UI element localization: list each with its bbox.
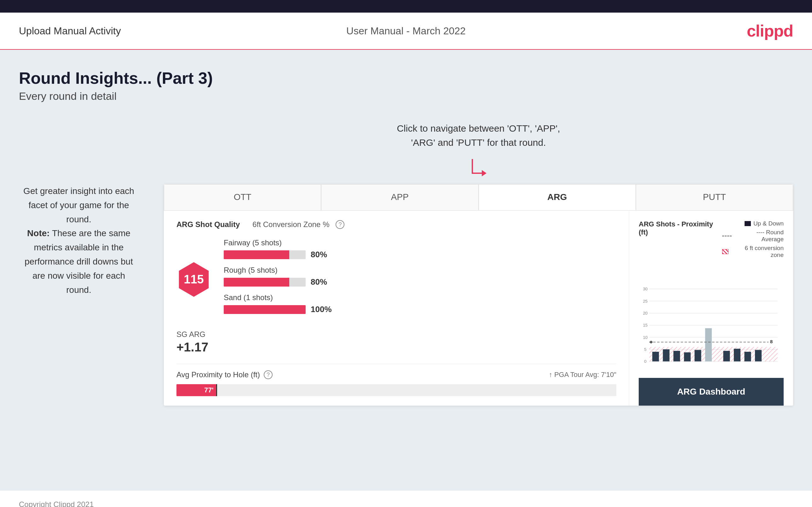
svg-rect-21 bbox=[695, 350, 701, 361]
shot-row-fairway: Fairway (5 shots) 80% bbox=[224, 238, 616, 260]
svg-text:10: 10 bbox=[643, 335, 648, 340]
sand-label: Sand (1 shots) bbox=[224, 293, 616, 302]
svg-text:15: 15 bbox=[643, 323, 648, 328]
tab-ott[interactable]: OTT bbox=[164, 184, 321, 210]
tab-app[interactable]: APP bbox=[321, 184, 478, 210]
hex-inner: 115 bbox=[176, 262, 211, 297]
panel-header: ARG Shot Quality 6ft Conversion Zone % ? bbox=[176, 220, 616, 229]
upload-label: Upload Manual Activity bbox=[19, 25, 121, 37]
tab-putt[interactable]: PUTT bbox=[636, 184, 793, 210]
svg-marker-28 bbox=[649, 341, 653, 344]
manual-label: User Manual - March 2022 bbox=[346, 25, 466, 37]
arrow-container bbox=[164, 156, 793, 181]
svg-rect-23 bbox=[723, 351, 730, 361]
legend-updown: Up & Down bbox=[722, 220, 783, 227]
proximity-header: Avg Proximity to Hole (ft) ? ↑ PGA Tour … bbox=[176, 370, 616, 379]
page-title: Round Insights... (Part 3) bbox=[19, 69, 793, 88]
shot-quality-bars: Fairway (5 shots) 80% bbox=[224, 238, 616, 321]
legend-conversion-label: 6 ft conversion zone bbox=[731, 245, 783, 259]
chart-title: ARG Shots - Proximity (ft) bbox=[639, 220, 722, 236]
shot-row-sand: Sand (1 shots) 100% bbox=[224, 293, 616, 314]
copyright: Copyright Clippd 2021 bbox=[19, 500, 94, 507]
card-body: ARG Shot Quality 6ft Conversion Zone % ?… bbox=[164, 211, 793, 406]
chart-area: 0 5 10 15 20 25 30 bbox=[639, 267, 783, 372]
svg-rect-25 bbox=[744, 352, 751, 361]
rough-bar: 80% bbox=[224, 277, 616, 287]
legend-conversion-icon bbox=[722, 249, 728, 254]
rough-fill bbox=[224, 278, 289, 287]
svg-marker-0 bbox=[482, 170, 487, 176]
svg-text:25: 25 bbox=[643, 299, 648, 303]
conversion-label: 6ft Conversion Zone % bbox=[252, 220, 329, 229]
annotation-arrow bbox=[463, 156, 494, 181]
fairway-pct: 80% bbox=[311, 250, 329, 260]
legend-round-avg-label: ---- Round Average bbox=[734, 229, 783, 243]
hex-score: 115 bbox=[176, 262, 211, 297]
help-icon[interactable]: ? bbox=[336, 220, 344, 229]
pga-avg: ↑ PGA Tour Avg: 7'10" bbox=[549, 371, 616, 379]
sand-bar: 100% bbox=[224, 304, 616, 314]
hex-bar-row: 115 Fairway (5 shots) bbox=[176, 238, 616, 321]
fairway-track bbox=[224, 250, 306, 259]
sg-section: SG ARG +1.17 bbox=[176, 330, 616, 354]
chart-header: ARG Shots - Proximity (ft) Up & Down ---… bbox=[639, 220, 783, 261]
chart-legend: Up & Down ---- Round Average 6 ft conver… bbox=[722, 220, 783, 261]
rough-label: Rough (5 shots) bbox=[224, 266, 616, 275]
left-description: Get greater insight into each facet of y… bbox=[19, 121, 139, 297]
legend-updown-icon bbox=[745, 221, 751, 226]
fairway-label: Fairway (5 shots) bbox=[224, 238, 616, 247]
rough-pct: 80% bbox=[311, 277, 329, 287]
arg-dashboard-button[interactable]: ARG Dashboard bbox=[639, 378, 783, 406]
tab-arg[interactable]: ARG bbox=[478, 184, 636, 210]
main-content: Round Insights... (Part 3) Every round i… bbox=[0, 50, 812, 491]
proximity-label: Avg Proximity to Hole (ft) bbox=[176, 370, 260, 379]
svg-text:5: 5 bbox=[644, 347, 646, 352]
sand-track bbox=[224, 305, 306, 314]
proximity-value: 77' bbox=[204, 386, 214, 394]
sg-value: +1.17 bbox=[176, 340, 616, 354]
svg-rect-24 bbox=[734, 349, 741, 361]
round-insights-card: OTT APP ARG PUTT ARG Shot Quality 6ft Co… bbox=[164, 184, 793, 406]
footer: Copyright Clippd 2021 bbox=[0, 491, 812, 507]
top-bar bbox=[0, 0, 812, 13]
proximity-bar-fill: 77' bbox=[176, 384, 216, 396]
proximity-section: Avg Proximity to Hole (ft) ? ↑ PGA Tour … bbox=[176, 364, 616, 396]
logo: clippd bbox=[747, 21, 793, 40]
proximity-help-icon[interactable]: ? bbox=[264, 370, 272, 379]
svg-rect-17 bbox=[652, 352, 659, 361]
shot-quality-label: ARG Shot Quality bbox=[176, 220, 240, 229]
tabs: OTT APP ARG PUTT bbox=[164, 184, 793, 211]
description-text1: Get greater insight into each facet of y… bbox=[23, 186, 134, 295]
svg-rect-22 bbox=[705, 328, 712, 361]
fairway-bar: 80% bbox=[224, 250, 616, 260]
svg-rect-18 bbox=[663, 349, 670, 361]
note-label: Note: bbox=[27, 228, 50, 238]
legend-round-avg: ---- Round Average bbox=[722, 229, 783, 243]
svg-text:30: 30 bbox=[643, 287, 648, 291]
annotation-text: Click to navigate between 'OTT', 'APP','… bbox=[164, 121, 793, 150]
page-subtitle: Every round in detail bbox=[19, 90, 793, 102]
svg-text:8: 8 bbox=[770, 339, 773, 344]
svg-rect-20 bbox=[684, 352, 691, 361]
svg-text:20: 20 bbox=[643, 311, 648, 316]
shot-row-rough: Rough (5 shots) 80% bbox=[224, 266, 616, 287]
left-panel: ARG Shot Quality 6ft Conversion Zone % ?… bbox=[164, 211, 629, 406]
proximity-bar-track: 77' bbox=[176, 384, 616, 396]
header: Upload Manual Activity User Manual - Mar… bbox=[0, 13, 812, 50]
proximity-cursor bbox=[216, 384, 217, 396]
chart-svg: 0 5 10 15 20 25 30 bbox=[639, 267, 783, 372]
legend-updown-label: Up & Down bbox=[753, 220, 783, 227]
legend-conversion: 6 ft conversion zone bbox=[722, 245, 783, 259]
fairway-fill bbox=[224, 250, 289, 259]
hex-value: 115 bbox=[184, 273, 204, 286]
sand-fill bbox=[224, 305, 306, 314]
sg-label: SG ARG bbox=[176, 330, 616, 339]
svg-rect-19 bbox=[673, 351, 680, 361]
legend-round-avg-icon bbox=[722, 235, 731, 236]
svg-rect-26 bbox=[755, 350, 762, 361]
right-panel: ARG Shots - Proximity (ft) Up & Down ---… bbox=[629, 211, 793, 406]
sand-pct: 100% bbox=[311, 304, 332, 314]
rough-track bbox=[224, 278, 306, 287]
annotation-area: Click to navigate between 'OTT', 'APP','… bbox=[164, 121, 793, 406]
svg-text:0: 0 bbox=[644, 359, 646, 364]
